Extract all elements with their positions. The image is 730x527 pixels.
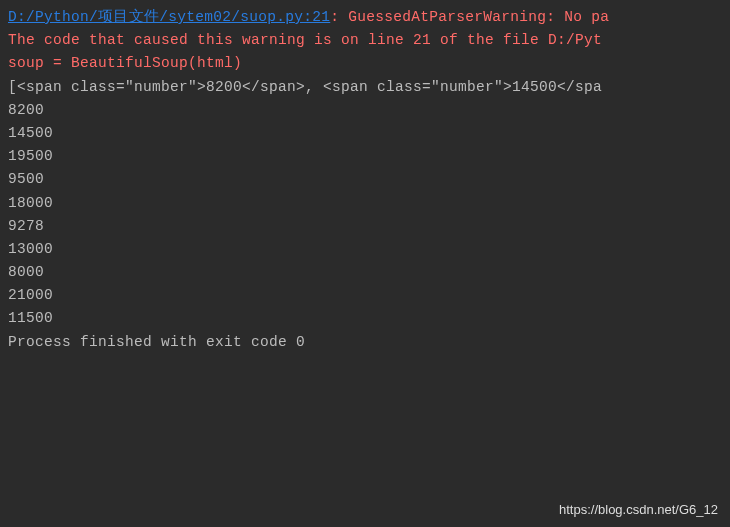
number-output: 14500 xyxy=(8,122,722,145)
number-output: 9278 xyxy=(8,215,722,238)
span-list-output: [<span class="number">8200</span>, <span… xyxy=(8,76,722,99)
warning-first-line: D:/Python/项目文件/sytem02/suop.py:21: Guess… xyxy=(8,6,722,29)
exit-code-message: Process finished with exit code 0 xyxy=(8,331,722,354)
number-output: 9500 xyxy=(8,168,722,191)
number-output: 18000 xyxy=(8,192,722,215)
number-output: 8000 xyxy=(8,261,722,284)
number-output: 21000 xyxy=(8,284,722,307)
watermark-text: https://blog.csdn.net/G6_12 xyxy=(559,500,718,521)
number-output: 19500 xyxy=(8,145,722,168)
number-output: 11500 xyxy=(8,307,722,330)
number-output: 8200 xyxy=(8,99,722,122)
file-path-link[interactable]: D:/Python/项目文件/sytem02/suop.py:21 xyxy=(8,9,330,25)
warning-code-line: soup = BeautifulSoup(html) xyxy=(8,52,722,75)
warning-body-text: The code that caused this warning is on … xyxy=(8,29,722,52)
number-output: 13000 xyxy=(8,238,722,261)
console-output-panel: D:/Python/项目文件/sytem02/suop.py:21: Guess… xyxy=(0,0,730,360)
warning-header-text: : GuessedAtParserWarning: No pa xyxy=(330,9,609,25)
